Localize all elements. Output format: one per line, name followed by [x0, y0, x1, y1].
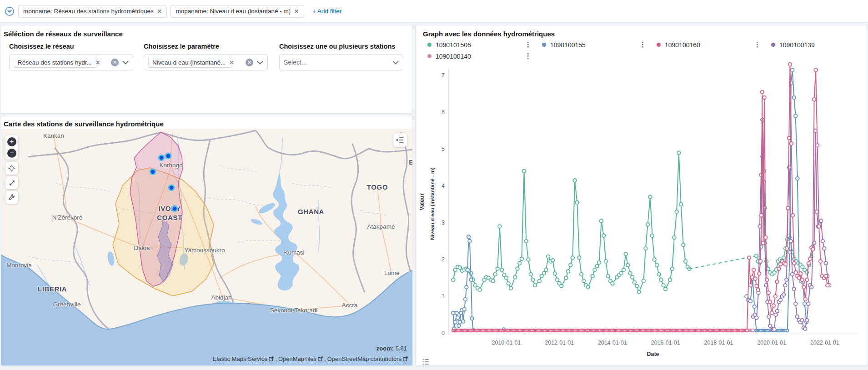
remove-filter-icon[interactable]: ✕: [157, 8, 162, 15]
field-1: Choisissez le paramètreNiveau d eau (ins…: [144, 43, 268, 70]
filter-funnel-icon[interactable]: [5, 6, 15, 16]
city-label-monrovia: Monrovia: [6, 262, 32, 269]
y-tick-label: 3: [442, 220, 445, 226]
field-2: Choisissez une ou plusieurs stationsSele…: [279, 43, 403, 70]
legend-toggle-icon[interactable]: [421, 357, 430, 366]
country-label-benin: BENIN: [409, 158, 412, 166]
chart-plot-area[interactable]: 012345672010-01-012012-01-012014-01-0120…: [416, 25, 868, 366]
clear-selection-icon[interactable]: ✕: [246, 59, 253, 66]
filter-pill-0[interactable]: monname: Réseau des stations hydrométriq…: [18, 5, 167, 18]
attribution-link-2[interactable]: OpenStreetMap contributors: [327, 355, 408, 362]
chevron-down-icon[interactable]: [257, 60, 263, 65]
x-tick-label: 2018-01-01: [704, 340, 733, 346]
x-tick-label: 2012-01-01: [545, 340, 574, 346]
chip-label: Niveau d eau (instantané...: [152, 59, 226, 66]
city-label-lom-: Lomé: [384, 270, 400, 276]
selected-option-chip[interactable]: Réseau des stations hydr...✕: [14, 57, 98, 68]
series-1090100155: [452, 68, 808, 332]
field-label: Choisissez le réseau: [9, 43, 133, 50]
filter-pill-label: mopaname: Niveau d eau (instantané - m): [176, 8, 291, 15]
x-tick-label: 2022-01-01: [810, 340, 839, 346]
y-tick-label: 5: [442, 146, 445, 152]
geolocate-button[interactable]: [5, 162, 18, 175]
city-label-korhogo: Korhogo: [159, 162, 182, 169]
map-zoom-controls: + −: [5, 135, 18, 160]
map-settings-wrench-button[interactable]: [5, 191, 18, 204]
clear-selection-icon[interactable]: ✕: [111, 59, 119, 66]
station-marker-1[interactable]: [165, 153, 172, 160]
y-tick-label: 6: [442, 109, 445, 115]
y-axis-title: Niveau d eau (instantané - m): [430, 167, 435, 240]
chevron-down-icon[interactable]: [122, 60, 129, 65]
remove-option-icon[interactable]: ✕: [95, 60, 100, 65]
y-tick-label: 2: [442, 256, 445, 263]
x-axis-title: Date: [647, 351, 659, 357]
x-tick-label: 2020-01-01: [757, 340, 786, 346]
city-label-abidjan: Abidjan: [211, 294, 231, 301]
map-canvas[interactable]: KankanKorhogoN'ZérékoréDaloaYamoussoukro…: [1, 129, 412, 365]
selection-panel: Séléction de réseaux de surveillance Cho…: [0, 25, 412, 114]
map-zoom-value: 5.61: [396, 345, 407, 352]
x-tick-label: 2010-01-01: [492, 340, 521, 346]
field-label: Choisissez une ou plusieurs stations: [279, 43, 403, 50]
country-label-ghana: GHANA: [298, 208, 324, 215]
combo-box-0[interactable]: Réseau des stations hydr...✕✕: [9, 54, 133, 70]
y-axis-line: [448, 69, 450, 334]
y-axis-outer-label: Valeur: [419, 193, 425, 210]
filter-pill-label: monname: Réseau des stations hydrométriq…: [23, 8, 154, 15]
zoom-in-button[interactable]: +: [7, 137, 16, 146]
expand-map-button[interactable]: [5, 176, 18, 189]
selection-panel-title: Séléction de réseaux de surveillance: [4, 30, 123, 38]
station-marker-0[interactable]: [158, 155, 165, 161]
country-label-togo: TOGO: [367, 183, 388, 191]
x-axis-line: [448, 334, 858, 334]
station-marker-4[interactable]: [171, 205, 178, 212]
field-label: Choisissez le paramètre: [144, 43, 268, 50]
combo-controls: [392, 60, 399, 65]
y-tick-label: 7: [442, 72, 445, 79]
field-0: Choisissez le réseauRéseau des stations …: [9, 43, 133, 70]
combo-box-2[interactable]: Select...: [279, 54, 403, 70]
city-label-kumasi: Kumasi: [284, 249, 304, 256]
city-label-accra: Accra: [342, 302, 358, 309]
y-tick-label: 0: [442, 330, 445, 336]
x-tick-label: 2014-01-01: [598, 340, 627, 346]
chart-panel: Graph avec les données hydrométriques 10…: [415, 25, 867, 366]
x-tick-label: 2016-01-01: [651, 340, 680, 346]
remove-option-icon[interactable]: ✕: [229, 60, 234, 65]
zoom-out-button[interactable]: −: [7, 149, 16, 158]
collapse-layers-button[interactable]: [393, 133, 407, 147]
station-marker-3[interactable]: [168, 185, 175, 191]
country-label-liberia: LIBERIA: [38, 285, 67, 293]
city-label-greenville: Greenville: [53, 301, 81, 308]
filter-bar: monname: Réseau des stations hydrométriq…: [0, 0, 868, 23]
external-link-icon: [403, 356, 408, 361]
attribution-link-0[interactable]: Elastic Maps Service: [213, 355, 274, 362]
add-filter-button[interactable]: + Add filter: [312, 8, 341, 15]
remove-filter-icon[interactable]: ✕: [294, 8, 299, 15]
map-panel: Carte des stations de surveillance hydro…: [0, 116, 412, 366]
attribution-link-1[interactable]: OpenMapTiles: [278, 355, 323, 362]
map-zoom-readout: zoom: 5.61: [376, 345, 407, 352]
city-label-daloa: Daloa: [134, 245, 150, 251]
map-panel-title: Carte des stations de surveillance hydro…: [4, 120, 164, 128]
station-marker-2[interactable]: [150, 169, 156, 175]
city-label-kankan: Kankan: [43, 132, 64, 139]
chip-label: Réseau des stations hydr...: [18, 59, 92, 66]
combo-controls: ✕: [111, 59, 129, 66]
map-attribution: Elastic Maps Service,OpenMapTiles,OpenSt…: [213, 355, 408, 362]
external-link-icon: [269, 356, 274, 361]
chevron-down-icon[interactable]: [392, 60, 399, 65]
y-tick-label: 1: [442, 293, 445, 300]
country-label-ivory-coast: IVORY COAST: [155, 204, 185, 223]
combo-controls: ✕: [246, 59, 263, 66]
city-label-sekondi-takoradi: Sekondi-Takoradi: [270, 307, 317, 314]
city-label-yamoussoukro: Yamoussoukro: [184, 247, 225, 254]
city-label-n-z-r-kor-: N'Zérékoré: [52, 214, 82, 221]
combo-box-1[interactable]: Niveau d eau (instantané...✕✕: [144, 54, 268, 70]
y-tick-label: 4: [442, 183, 445, 189]
filter-pill-1[interactable]: mopaname: Niveau d eau (instantané - m)✕: [171, 5, 304, 18]
combo-placeholder: Select...: [284, 59, 307, 66]
selected-option-chip[interactable]: Niveau d eau (instantané...✕: [148, 57, 232, 68]
city-label-atakpam-: Atakpamé: [367, 223, 395, 230]
